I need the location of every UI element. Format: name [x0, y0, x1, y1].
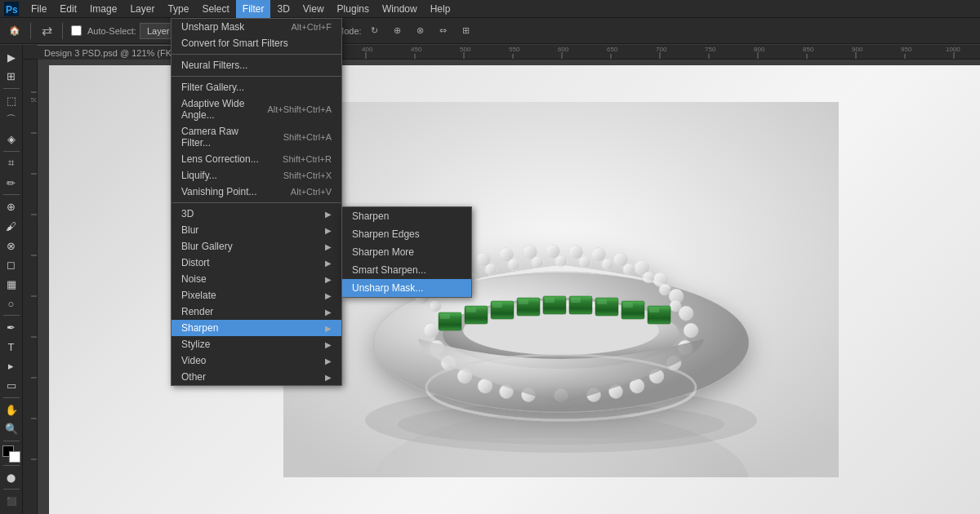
3d-btn-3[interactable]: ⊗ [411, 21, 430, 41]
menu-3d[interactable]: 3D [270, 0, 296, 18]
filter-lens-label: Lens Correction... [181, 153, 259, 165]
tool-lasso[interactable]: ⌒ [2, 111, 21, 130]
tool-eyedropper[interactable]: ✏ [2, 174, 21, 193]
3d-btn-2[interactable]: ⊕ [388, 21, 408, 41]
sharpen-sharpen[interactable]: Sharpen [342, 207, 471, 225]
menu-file[interactable]: File [24, 0, 53, 18]
background-color[interactable] [9, 451, 20, 463]
filter-liquify-shortcut: Shift+Ctrl+X [283, 171, 332, 180]
filter-blur-gallery[interactable]: Blur Gallery ▶ [172, 238, 341, 255]
filter-neural[interactable]: Neural Filters... [172, 57, 341, 73]
toolbar-separator-2 [62, 23, 63, 39]
filter-neural-label: Neural Filters... [181, 60, 247, 71]
sharpen-edges[interactable]: Sharpen Edges [342, 225, 471, 243]
toolbox: ▶ ⊞ ⬚ ⌒ ◈ ⌗ ✏ ⊕ 🖌 ⊗ ◻ ▦ ○ ✒ T ▸ ▭ ✋ 🔍 ⬤ … [0, 45, 23, 514]
filter-adaptive[interactable]: Adaptive Wide Angle... Alt+Shift+Ctrl+A [172, 95, 341, 123]
svg-rect-118 [623, 303, 633, 308]
svg-rect-116 [571, 298, 581, 303]
sharpen-more[interactable]: Sharpen More [342, 243, 471, 261]
tool-zoom[interactable]: 🔍 [2, 420, 21, 439]
svg-text:850: 850 [803, 46, 814, 53]
svg-text:50: 50 [31, 96, 38, 104]
tool-marquee[interactable]: ⬚ [2, 91, 21, 110]
filter-other[interactable]: Other ▶ [172, 369, 341, 385]
menu-window[interactable]: Window [376, 0, 424, 18]
filter-unsharp-mask[interactable]: Unsharp Mask Alt+Ctrl+F [172, 19, 341, 35]
menu-select[interactable]: Select [195, 0, 235, 18]
sharpen-unsharp-mask[interactable]: Unsharp Mask... [342, 279, 471, 297]
filter-vanishing[interactable]: Vanishing Point... Alt+Ctrl+V [172, 184, 341, 200]
tool-separator-5 [3, 397, 20, 398]
filter-video[interactable]: Video ▶ [172, 352, 341, 369]
toolbar-separator-1 [30, 23, 31, 39]
filter-gallery[interactable]: Filter Gallery... [172, 79, 341, 95]
tool-healing[interactable]: ⊕ [2, 197, 21, 216]
filter-sharpen-arrow: ▶ [325, 324, 332, 333]
svg-point-96 [579, 256, 590, 268]
svg-point-67 [569, 246, 583, 259]
filter-lens[interactable]: Lens Correction... Shift+Ctrl+R [172, 151, 341, 167]
svg-text:450: 450 [411, 46, 422, 53]
svg-point-88 [424, 323, 439, 338]
tool-text[interactable]: T [2, 338, 21, 357]
arrange-button[interactable]: ⇄ [37, 21, 56, 41]
home-button[interactable]: 🏠 [5, 21, 24, 41]
tool-separator-2 [3, 151, 20, 152]
tool-gradient[interactable]: ▦ [2, 275, 21, 294]
svg-text:750: 750 [705, 46, 716, 53]
tool-move[interactable]: ▶ [2, 48, 21, 67]
svg-rect-41 [23, 60, 38, 514]
tool-crop[interactable]: ⌗ [2, 154, 21, 173]
filter-stylize[interactable]: Stylize ▶ [172, 336, 341, 352]
tool-dodge[interactable]: ○ [2, 295, 21, 313]
filter-distort[interactable]: Distort ▶ [172, 255, 341, 271]
filter-noise[interactable]: Noise ▶ [172, 271, 341, 287]
filter-convert-smart[interactable]: Convert for Smart Filters [172, 35, 341, 51]
tool-quick-mask[interactable]: ⬤ [2, 468, 21, 487]
filter-camera-raw-label: Camera Raw Filter... [181, 126, 267, 148]
auto-select-checkbox[interactable] [71, 25, 82, 36]
tool-select-object[interactable]: ◈ [2, 131, 21, 149]
menu-edit[interactable]: Edit [53, 0, 83, 18]
tool-artboard[interactable]: ⊞ [2, 68, 21, 86]
tool-brush[interactable]: 🖌 [2, 217, 21, 236]
tool-eraser[interactable]: ◻ [2, 255, 21, 274]
filter-noise-label: Noise [181, 273, 207, 285]
tool-screen-mode[interactable]: ⬛ [2, 492, 21, 511]
3d-btn-1[interactable]: ↻ [365, 21, 385, 41]
menu-filter[interactable]: Filter [236, 0, 271, 18]
tool-hand[interactable]: ✋ [2, 401, 21, 419]
filter-menu: Unsharp Mask Alt+Ctrl+F Convert for Smar… [171, 18, 342, 386]
filter-sharpen[interactable]: Sharpen ▶ [172, 320, 341, 336]
menu-help[interactable]: Help [424, 0, 457, 18]
filter-blur-gallery-label: Blur Gallery [181, 241, 233, 252]
tool-shape[interactable]: ▭ [2, 376, 21, 395]
filter-render[interactable]: Render ▶ [172, 304, 341, 320]
menu-view[interactable]: View [296, 0, 331, 18]
sharpen-smart[interactable]: Smart Sharpen... [342, 261, 471, 279]
menu-plugins[interactable]: Plugins [331, 0, 376, 18]
filter-pixelate[interactable]: Pixelate ▶ [172, 287, 341, 304]
filter-camera-raw-shortcut: Shift+Ctrl+A [283, 132, 332, 142]
filter-liquify[interactable]: Liquify... Shift+Ctrl+X [172, 167, 341, 184]
tool-pen[interactable]: ✒ [2, 318, 21, 337]
svg-point-92 [485, 264, 497, 275]
tool-separator-8 [3, 489, 20, 490]
menu-type[interactable]: Type [161, 0, 195, 18]
filter-sep-2 [172, 76, 341, 77]
svg-point-74 [684, 323, 698, 338]
3d-btn-5[interactable]: ⊞ [457, 21, 476, 41]
svg-point-93 [508, 259, 519, 270]
menu-image[interactable]: Image [83, 0, 123, 18]
filter-blur[interactable]: Blur ▶ [172, 222, 341, 238]
menu-layer[interactable]: Layer [123, 0, 161, 18]
color-swatches[interactable] [2, 445, 20, 463]
filter-render-label: Render [181, 306, 213, 317]
filter-3d[interactable]: 3D ▶ [172, 206, 341, 222]
filter-unsharp-mask-label: Unsharp Mask [181, 21, 244, 33]
svg-text:600: 600 [558, 46, 569, 53]
filter-camera-raw[interactable]: Camera Raw Filter... Shift+Ctrl+A [172, 123, 341, 151]
3d-btn-4[interactable]: ⇔ [434, 21, 453, 41]
tool-stamp[interactable]: ⊗ [2, 237, 21, 255]
tool-path-select[interactable]: ▸ [2, 357, 21, 376]
